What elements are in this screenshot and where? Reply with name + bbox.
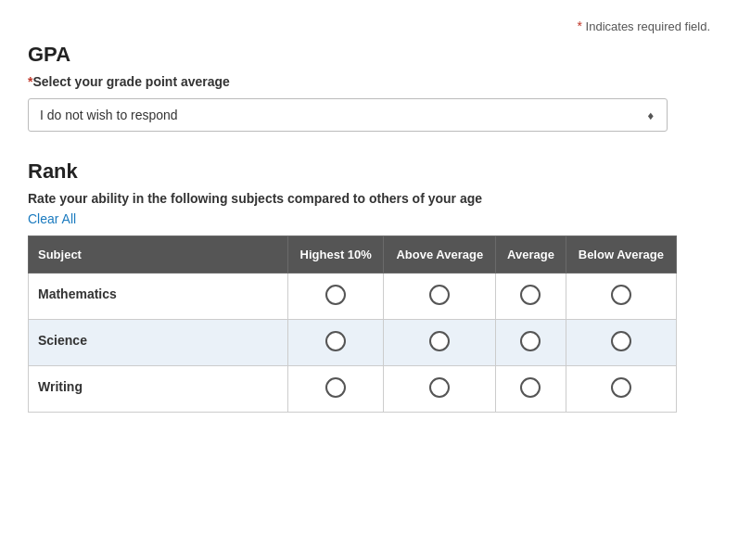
gpa-field-label: *Select your grade point average: [28, 74, 710, 89]
radio-cell-average: [496, 274, 566, 320]
radio-above_average-0[interactable]: [429, 285, 450, 305]
radio-cell-average: [496, 320, 566, 366]
radio-cell-highest10: [288, 274, 384, 320]
rank-title: Rank: [28, 159, 710, 184]
radio-below_average-0[interactable]: [611, 285, 631, 305]
radio-below_average-2[interactable]: [611, 377, 631, 398]
gpa-select-value: I do not wish to respond: [40, 108, 178, 122]
radio-cell-above_average: [384, 274, 496, 320]
col-highest10: Highest 10%: [288, 236, 384, 274]
gpa-select[interactable]: I do not wish to respond ⬧: [28, 98, 668, 132]
col-average: Average: [496, 236, 566, 274]
required-asterisk: *: [578, 19, 582, 33]
radio-average-2[interactable]: [520, 377, 541, 398]
col-subject: Subject: [29, 236, 288, 274]
radio-above_average-2[interactable]: [429, 377, 450, 398]
table-row: Science: [29, 320, 677, 366]
rank-section: Rank Rate your ability in the following …: [28, 159, 710, 413]
radio-highest10-0[interactable]: [325, 285, 346, 305]
required-notice: * Indicates required field.: [28, 19, 710, 33]
rank-description: Rate your ability in the following subje…: [28, 191, 710, 206]
radio-highest10-1[interactable]: [325, 331, 346, 351]
radio-highest10-2[interactable]: [325, 377, 346, 398]
radio-average-1[interactable]: [520, 331, 541, 351]
radio-cell-below_average: [566, 320, 676, 366]
table-row: Writing: [29, 366, 677, 413]
table-header-row: Subject Highest 10% Above Average Averag…: [29, 236, 677, 274]
radio-cell-above_average: [384, 366, 496, 413]
gpa-section: GPA *Select your grade point average I d…: [28, 43, 710, 132]
radio-cell-highest10: [288, 320, 384, 366]
clear-all-link[interactable]: Clear All: [28, 211, 76, 226]
radio-cell-average: [496, 366, 566, 413]
radio-cell-above_average: [384, 320, 496, 366]
subject-name: Science: [29, 320, 288, 366]
radio-cell-highest10: [288, 366, 384, 413]
table-row: Mathematics: [29, 274, 677, 320]
select-arrow-icon: ⬧: [646, 107, 655, 123]
rank-table: Subject Highest 10% Above Average Averag…: [28, 235, 677, 413]
subject-name: Mathematics: [29, 274, 288, 320]
radio-cell-below_average: [566, 366, 676, 413]
radio-average-0[interactable]: [520, 285, 541, 305]
radio-cell-below_average: [566, 274, 676, 320]
subject-name: Writing: [29, 366, 288, 413]
gpa-title: GPA: [28, 43, 710, 67]
col-above-average: Above Average: [384, 236, 496, 274]
col-below-average: Below Average: [566, 236, 676, 274]
radio-below_average-1[interactable]: [611, 331, 631, 351]
radio-above_average-1[interactable]: [429, 331, 450, 351]
